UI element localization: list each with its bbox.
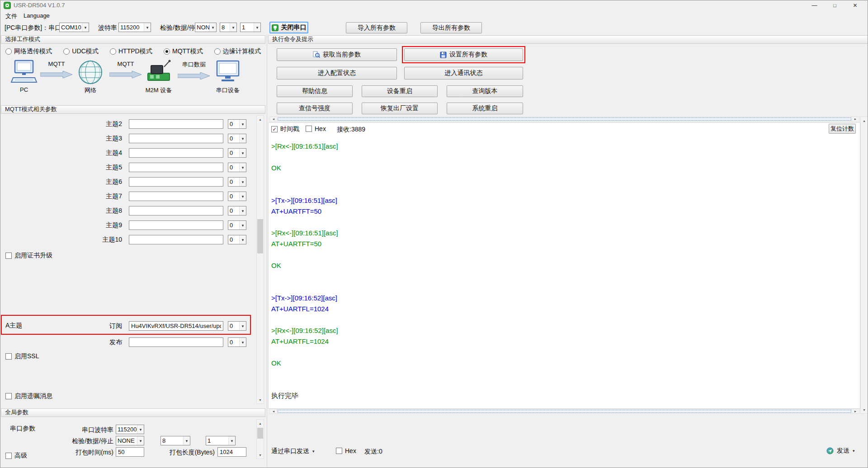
topic-qos-select[interactable]: 0 ▾	[228, 206, 246, 215]
log-bottom-scrollbar[interactable]: ◂ ▸	[269, 409, 859, 414]
chevron-down-icon: ▾	[239, 134, 246, 143]
maximize-button[interactable]: □	[825, 0, 845, 11]
scrollbar-thumb[interactable]	[257, 219, 263, 253]
topic-input[interactable]	[129, 148, 223, 158]
will-message-checkbox[interactable]: 启用遗嘱消息	[5, 392, 52, 400]
close-port-button[interactable]: 关闭串口	[269, 22, 308, 33]
scroll-down-icon[interactable]: ▾	[861, 406, 868, 413]
mode-radio[interactable]: MQTT模式	[164, 47, 203, 56]
topic-input[interactable]	[129, 177, 223, 187]
scroll-up-icon[interactable]: ▴	[257, 420, 264, 427]
topic-input[interactable]	[129, 163, 223, 172]
scrollbar-thumb[interactable]	[257, 428, 263, 439]
monitor-icon	[213, 60, 242, 85]
enter-comm-button[interactable]: 进入通讯状态	[404, 67, 523, 80]
pack-length-input[interactable]	[217, 447, 246, 457]
device-restart-button[interactable]: 设备重启	[362, 85, 438, 97]
timestamp-checkbox[interactable]: 时间戳	[271, 125, 299, 133]
topic-qos-select[interactable]: 0 ▾	[228, 220, 246, 230]
import-params-button[interactable]: 导入所有参数	[346, 22, 407, 33]
scroll-down-icon[interactable]: ▾	[257, 396, 264, 403]
parity-select[interactable]: NONI ▾	[195, 23, 217, 32]
help-info-button[interactable]: 帮助信息	[277, 85, 353, 97]
pack-time-input[interactable]	[116, 447, 144, 457]
databits-select[interactable]: 8 ▾	[220, 23, 237, 32]
log-vertical-scrollbar[interactable]: ▴ ▾	[860, 117, 868, 414]
enter-config-button[interactable]: 进入配置状态	[277, 67, 397, 80]
cert-upgrade-checkbox[interactable]: 启用证书升级	[5, 252, 52, 260]
mode-label: 边缘计算模式	[223, 47, 261, 56]
scroll-right-icon[interactable]: ▸	[852, 117, 859, 121]
topic-input[interactable]	[129, 220, 223, 230]
global-parity-select[interactable]: NONE ▾	[116, 436, 144, 445]
topic-input[interactable]	[129, 134, 223, 143]
publish-topic-input[interactable]	[129, 337, 223, 347]
log-top-scrollbar[interactable]: ◂ ▸	[269, 117, 859, 122]
menu-item-language[interactable]: Language	[22, 12, 52, 19]
mode-radio[interactable]: 边缘计算模式	[214, 47, 261, 56]
get-params-button[interactable]: 获取当前参数	[277, 48, 397, 61]
global-databits-value: 8	[161, 437, 183, 444]
topic-qos-value: 0	[228, 193, 239, 200]
advanced-checkbox[interactable]: 高级	[5, 452, 27, 460]
com-port-select[interactable]: COM10 ▾	[59, 23, 89, 32]
chevron-down-icon: ▾	[239, 338, 246, 346]
scroll-down-icon[interactable]: ▾	[257, 451, 264, 459]
topic-qos-select[interactable]: 0 ▾	[228, 177, 246, 187]
minimize-button[interactable]: —	[804, 0, 825, 11]
scroll-up-icon[interactable]: ▴	[861, 117, 868, 124]
factory-reset-button[interactable]: 恢复出厂设置	[362, 103, 438, 114]
scroll-left-icon[interactable]: ◂	[270, 409, 277, 413]
export-params-button[interactable]: 导出所有参数	[420, 22, 482, 33]
publish-qos-select[interactable]: 0 ▾	[228, 337, 246, 347]
topic-qos-select[interactable]: 0 ▾	[228, 235, 246, 244]
topic-input[interactable]	[129, 119, 223, 129]
enter-comm-label: 进入通讯状态	[445, 69, 483, 77]
publish-qos-value: 0	[228, 339, 239, 346]
global-baud-select[interactable]: 115200 ▾	[116, 425, 144, 434]
topic-qos-value: 0	[228, 150, 239, 156]
topic-qos-select[interactable]: 0 ▾	[228, 192, 246, 201]
global-baud-value: 115200	[116, 426, 137, 433]
scroll-left-icon[interactable]: ◂	[270, 117, 277, 121]
global-section-scrollbar[interactable]: ▴ ▾	[256, 419, 264, 459]
global-databits-select[interactable]: 8 ▾	[160, 436, 190, 445]
send-button[interactable]: 发送 ▾	[826, 445, 855, 456]
send-hex-checkbox[interactable]: Hex	[336, 447, 356, 454]
scroll-right-icon[interactable]: ▸	[852, 409, 859, 413]
mode-radio[interactable]: 网络透传模式	[5, 47, 52, 56]
work-mode-header: 选择工作模式	[1, 35, 265, 44]
close-button[interactable]: ✕	[845, 0, 865, 11]
menu-item-file[interactable]: 文件	[4, 12, 19, 21]
mode-radio[interactable]: HTTPD模式	[110, 47, 152, 56]
scroll-up-icon[interactable]: ▴	[257, 116, 264, 123]
scrollbar-thumb[interactable]	[278, 117, 851, 121]
query-signal-button[interactable]: 查信号强度	[277, 103, 353, 114]
ssl-checkbox[interactable]: 启用SSL	[5, 352, 39, 360]
mode-radio[interactable]: UDC模式	[63, 47, 98, 56]
system-restart-button[interactable]: 系统重启	[447, 103, 523, 114]
topic-qos-select[interactable]: 0 ▾	[228, 119, 246, 129]
stopbits-select[interactable]: 1 ▾	[240, 23, 261, 32]
baud-select[interactable]: 115200 ▾	[118, 23, 151, 32]
global-stopbits-select[interactable]: 1 ▾	[206, 436, 236, 445]
help-info-label: 帮助信息	[302, 87, 327, 95]
checkbox-icon	[336, 448, 342, 454]
topic-qos-select[interactable]: 0 ▾	[228, 148, 246, 158]
log-line: AT+UARTFT=50	[271, 206, 854, 217]
scrollbar-thumb[interactable]	[278, 410, 851, 413]
topic-input[interactable]	[129, 206, 223, 215]
reset-count-button[interactable]: 复位计数	[829, 124, 856, 134]
topic-qos-select[interactable]: 0 ▾	[228, 163, 246, 172]
log-line	[271, 347, 854, 358]
send-via-dropdown[interactable]: 通过串口发送 ▾	[271, 446, 315, 456]
recv-hex-checkbox[interactable]: Hex	[306, 125, 326, 132]
query-version-button[interactable]: 查询版本	[447, 85, 523, 97]
topic-input[interactable]	[129, 192, 223, 201]
mqtt-section-scrollbar[interactable]: ▴ ▾	[256, 115, 264, 404]
send-button-label: 发送	[837, 447, 849, 455]
topic-qos-select[interactable]: 0 ▾	[228, 134, 246, 143]
serial-device-label: 串口设备	[216, 86, 240, 94]
topic-row: 主题8 0 ▾	[0, 206, 246, 215]
topic-input[interactable]	[129, 235, 223, 244]
